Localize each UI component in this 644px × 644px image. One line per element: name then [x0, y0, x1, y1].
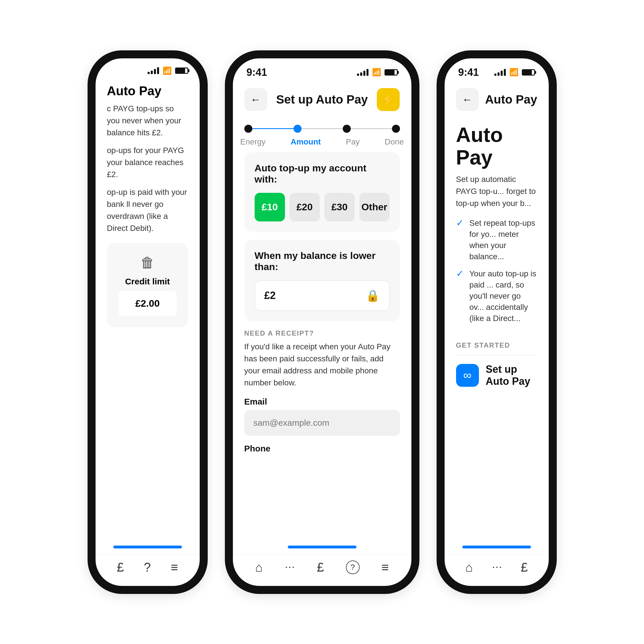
right-status-bar: 9:41 📶 [445, 58, 549, 81]
phone-label: Phone [244, 444, 400, 453]
step-label-amount: Amount [291, 137, 321, 146]
wifi-icon: 📶 [163, 66, 172, 75]
topup-title: Auto top-up my account with: [255, 163, 390, 185]
middle-phone: 9:41 📶 ← Set up Auto Pay ⚡ [225, 50, 419, 594]
right-header-title: Auto Pay [485, 93, 537, 106]
scroll-area: Auto top-up my account with: £10 £20 £30… [233, 152, 411, 546]
status-icons: 📶 [148, 66, 188, 75]
checkmark-icon-1: ✓ [456, 217, 464, 228]
amount-20-button[interactable]: £20 [290, 193, 320, 221]
right-page-title: Auto Pay [456, 124, 537, 169]
left-body1: c PAYG top-ups so you never when your ba… [107, 103, 188, 139]
left-phone: 📶 Auto Pay c PAYG top-ups so you never w… [88, 50, 208, 594]
wifi-icon: 📶 [509, 68, 518, 77]
signal-icon [357, 69, 368, 76]
get-started-label: GET STARTED [456, 341, 537, 349]
nav-item-help[interactable]: ? [346, 560, 360, 574]
step-labels: Energy Amount Pay Done [233, 136, 411, 152]
right-nav-home[interactable]: ⌂ [465, 560, 473, 574]
checklist: ✓ Set repeat top-ups for yo... meter whe… [456, 217, 537, 330]
credit-value: £2.00 [118, 291, 177, 316]
topup-card: Auto top-up my account with: £10 £20 £30… [244, 152, 400, 232]
amount-other-button[interactable]: Other [359, 193, 390, 221]
back-button[interactable]: ← [244, 88, 267, 111]
battery-icon [385, 69, 398, 76]
right-back-button[interactable]: ← [456, 88, 479, 111]
email-label: Email [244, 397, 400, 407]
step-line-3 [351, 128, 392, 129]
step-line-1 [252, 128, 294, 129]
setup-autopay-label: Set up Auto Pay [486, 363, 537, 387]
balance-value: £2 [264, 290, 276, 302]
credit-label: Credit limit [118, 277, 177, 286]
app-header: ← Set up Auto Pay ⚡ [233, 81, 411, 118]
step-label-energy: Energy [240, 137, 266, 146]
amount-grid: £10 £20 £30 Other [255, 193, 390, 221]
balance-card: When my balance is lower than: £2 🔒 [244, 240, 400, 321]
step-line-2 [302, 128, 343, 129]
home-indicator [288, 546, 356, 548]
receipt-section: NEED A RECEIPT? If you'd like a receipt … [244, 329, 400, 453]
infinity-icon: ∞ [456, 364, 479, 387]
nav-item-menu[interactable]: ≡ [381, 560, 389, 574]
header-title: Set up Auto Pay [276, 93, 368, 106]
home-indicator [113, 546, 182, 548]
balance-title: When my balance is lower than: [255, 250, 390, 272]
screen-container: 📶 Auto Pay c PAYG top-ups so you never w… [0, 0, 644, 644]
step-label-done: Done [385, 137, 404, 146]
right-subtitle: Set up automatic PAYG top-u... forget to… [456, 173, 537, 209]
trash-icon[interactable]: 🗑 [118, 254, 177, 271]
battery-icon [175, 68, 188, 74]
step-dot-energy [244, 125, 252, 133]
lightning-button[interactable]: ⚡ [377, 88, 400, 111]
divider [456, 355, 537, 355]
battery-icon [522, 69, 535, 76]
nav-item-money[interactable]: £ [117, 560, 124, 574]
amount-10-button[interactable]: £10 [255, 193, 285, 221]
nav-item-activity[interactable]: ⋯ [285, 561, 295, 573]
credit-card: 🗑 Credit limit £2.00 [107, 243, 188, 327]
lightning-icon: ⚡ [382, 94, 395, 106]
check-item-2: ✓ Your auto top-up is paid ... card, so … [456, 268, 537, 324]
lock-icon: 🔒 [366, 289, 380, 302]
right-home-indicator [462, 546, 531, 548]
status-bar: 9:41 📶 [233, 58, 411, 81]
check-text-2: Your auto top-up is paid ... card, so yo… [469, 268, 537, 324]
step-indicator [233, 118, 411, 136]
left-bottom-nav: £ ? ≡ [96, 554, 200, 586]
receipt-description: If you'd like a receipt when your Auto P… [244, 341, 400, 389]
left-page-title: Auto Pay [107, 84, 188, 98]
signal-icon [494, 69, 506, 76]
check-text-1: Set repeat top-ups for yo... meter when … [469, 217, 537, 262]
right-nav-activity[interactable]: ⋯ [492, 561, 502, 573]
right-phone: 9:41 📶 ← Auto Pay Auto Pay Set up automa… [437, 50, 557, 594]
middle-bottom-nav: ⌂ ⋯ £ ? ≡ [233, 554, 411, 586]
step-label-pay: Pay [346, 137, 360, 146]
wifi-icon: 📶 [372, 68, 381, 77]
receipt-section-label: NEED A RECEIPT? [244, 329, 400, 337]
right-time: 9:41 [458, 66, 479, 78]
setup-autopay-button[interactable]: ∞ Set up Auto Pay [456, 363, 537, 387]
check-item-1: ✓ Set repeat top-ups for yo... meter whe… [456, 217, 537, 262]
left-body3: op-up is paid with your bank ll never go… [107, 186, 188, 234]
left-content: Auto Pay c PAYG top-ups so you never whe… [96, 78, 200, 546]
amount-30-button[interactable]: £30 [324, 193, 355, 221]
step-dot-amount [294, 125, 302, 133]
right-nav-billing[interactable]: £ [521, 560, 528, 574]
right-app-header: ← Auto Pay [445, 81, 549, 118]
checkmark-icon-2: ✓ [456, 268, 464, 279]
nav-item-help[interactable]: ? [144, 560, 151, 574]
nav-item-home[interactable]: ⌂ [255, 560, 263, 574]
nav-item-menu[interactable]: ≡ [171, 560, 178, 574]
left-body2: op-ups for your PAYG your balance reache… [107, 144, 188, 181]
balance-input-row: £2 🔒 [255, 280, 390, 311]
status-icons: 📶 [357, 68, 398, 77]
right-status-icons: 📶 [494, 68, 535, 77]
nav-item-billing[interactable]: £ [317, 560, 324, 574]
left-status-bar: 📶 [96, 58, 200, 78]
email-input[interactable] [244, 410, 400, 436]
step-dot-done [392, 125, 400, 133]
time: 9:41 [247, 66, 267, 78]
right-bottom-nav: ⌂ ⋯ £ [445, 554, 549, 586]
signal-icon [148, 67, 159, 74]
